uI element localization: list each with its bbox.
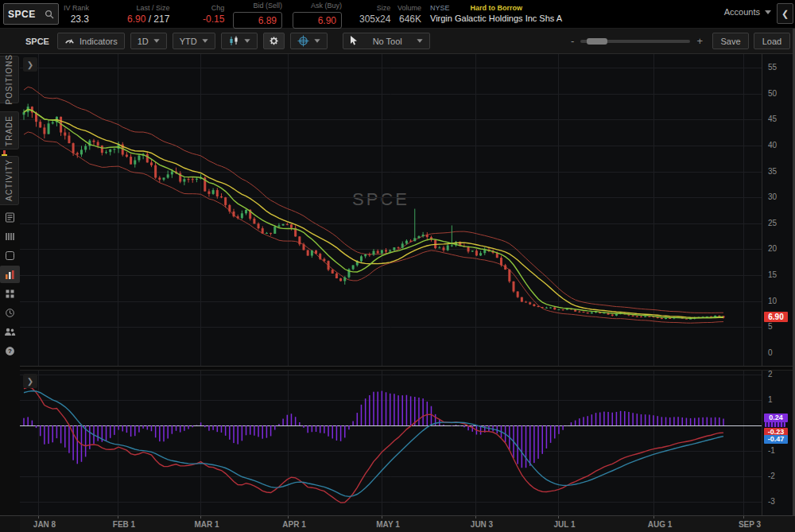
ask-field: Ask (Buy) 6.90 — [293, 2, 342, 29]
time-tick-label: JAN 8 — [33, 520, 56, 529]
columns-icon[interactable] — [0, 227, 20, 245]
price-tick-label: 15 — [768, 270, 777, 280]
help-icon[interactable]: ? — [0, 342, 20, 359]
zoom-control: - + — [571, 35, 703, 47]
time-axis[interactable]: JAN 8FEB 1MAR 1APR 1MAY 1JUN 3JUL 1AUG 1… — [20, 515, 795, 532]
chart-icon[interactable] — [0, 266, 20, 283]
indicators-label: Indicators — [80, 37, 118, 46]
time-tick-label: SEP 3 — [739, 520, 761, 529]
chart-settings-button[interactable] — [263, 33, 285, 49]
chart-type-dropdown[interactable] — [221, 33, 258, 49]
chart-area: SPCE ❯ 6.90 5550454035302520151050 ❯ 0.2… — [20, 54, 795, 532]
time-tick-mark — [382, 516, 382, 518]
volume-value: 646K — [399, 14, 421, 24]
time-tick-label: MAY 1 — [376, 520, 399, 529]
last-size-label: Last / Size — [136, 5, 169, 12]
history-icon[interactable] — [0, 304, 20, 321]
price-tick-label: 5 — [768, 322, 773, 332]
trading-platform-window: SPCE IV Rank 23.3 Last / Size 6.90 / 217… — [0, 0, 795, 532]
macd-axis[interactable]: 0.24 -0.23 -0.47 21-1-2-3 — [762, 371, 795, 515]
chevron-down-icon — [765, 10, 771, 14]
ask-button[interactable]: 6.90 — [293, 12, 342, 29]
borrow-status: Hard to Borrow — [471, 5, 523, 12]
cursor-icon — [350, 36, 359, 46]
ask-label: Ask (Buy) — [311, 2, 342, 10]
tab-positions[interactable]: POSITIONS — [0, 56, 19, 103]
time-tick-mark — [653, 516, 654, 518]
last-price-tag: 6.90 — [764, 312, 788, 322]
volume-field: Volume 646K — [398, 5, 421, 24]
price-pane: SPCE ❯ 6.90 5550454035302520151050 — [20, 54, 795, 366]
time-tick-mark — [558, 516, 559, 518]
time-tick-mark — [118, 516, 118, 518]
time-tick-label: APR 1 — [282, 520, 305, 529]
zoom-out-button[interactable]: - — [571, 35, 574, 47]
zoom-slider[interactable] — [580, 40, 690, 43]
search-icon — [45, 10, 54, 19]
tab-trade[interactable]: TRADE — [0, 111, 19, 150]
time-tick-mark — [475, 516, 476, 518]
symbol-search-input[interactable]: SPCE — [3, 3, 59, 25]
chevron-down-icon — [202, 39, 207, 43]
accounts-dropdown[interactable]: Accounts — [724, 7, 771, 17]
chart-symbol-label: SPCE — [25, 37, 49, 46]
time-tick-label: AUG 1 — [648, 520, 673, 529]
macd-signal-value-tag: -0.47 — [764, 435, 788, 444]
iv-rank-field: IV Rank 23.3 — [64, 5, 89, 24]
drawing-tool-dropdown[interactable]: No Tool — [343, 33, 430, 49]
zoom-in-button[interactable]: + — [696, 35, 703, 47]
time-tick-mark — [200, 516, 201, 518]
crosshair-mode-dropdown[interactable] — [290, 33, 328, 49]
report-icon[interactable] — [0, 208, 20, 226]
left-sidebar: POSITIONS TRADE ACTIVITY ? — [0, 54, 20, 515]
save-button[interactable]: Save — [712, 33, 749, 49]
price-tick-label: 50 — [768, 89, 777, 99]
price-tick-label: 10 — [768, 297, 777, 306]
indicators-button[interactable]: Indicators — [57, 33, 125, 49]
time-tick-mark — [288, 516, 289, 518]
timeframe-dropdown[interactable]: 1D — [130, 33, 167, 49]
macd-mini-histogram — [765, 422, 785, 427]
macd-tick-label: 2 — [768, 370, 773, 379]
instrument-info: NYSE Hard to Borrow Virgin Galactic Hold… — [430, 5, 562, 23]
grid-icon[interactable] — [0, 285, 20, 302]
chart-toolbar: SPCE Indicators 1D YTD — [0, 29, 795, 54]
price-tick-label: 55 — [768, 63, 777, 72]
zoom-slider-handle[interactable] — [587, 38, 607, 45]
macd-chart-canvas[interactable] — [20, 371, 762, 515]
price-axis[interactable]: 6.90 5550454035302520151050 — [762, 54, 795, 366]
time-tick-mark — [743, 516, 744, 518]
chg-label: Chg — [211, 5, 225, 12]
load-button[interactable]: Load — [754, 33, 790, 49]
price-chart-canvas[interactable] — [20, 54, 762, 366]
price-tick-label: 0 — [768, 348, 773, 358]
chevron-down-icon — [314, 39, 320, 43]
collapse-panel-button[interactable]: ❮ — [777, 3, 793, 24]
range-value: YTD — [180, 37, 197, 46]
chevron-down-icon — [153, 39, 159, 43]
price-tick-label: 35 — [768, 167, 777, 177]
macd-pane-expander[interactable]: ❯ — [23, 374, 37, 388]
window-icon[interactable] — [0, 247, 20, 264]
exchange-label: NYSE — [430, 5, 450, 12]
time-tick-label: JUL 1 — [553, 520, 575, 529]
macd-tick-label: 1 — [768, 395, 773, 405]
users-icon[interactable] — [0, 323, 20, 340]
macd-tick-label: -2 — [768, 472, 775, 481]
macd-pane: ❯ 0.24 -0.23 -0.47 21-1-2-3 — [20, 371, 795, 515]
symbol-text: SPCE — [8, 9, 36, 20]
price-tick-label: 20 — [768, 244, 777, 254]
chevron-down-icon — [244, 39, 250, 43]
bid-label: Bid (Sell) — [253, 2, 282, 10]
chg-field: Chg -0.15 — [203, 5, 224, 24]
last-size-field: Last / Size 6.90 / 217 — [127, 5, 169, 24]
chevron-down-icon — [417, 39, 422, 43]
price-pane-expander[interactable]: ❯ — [23, 57, 37, 72]
tab-activity[interactable]: ACTIVITY — [0, 156, 19, 205]
time-tick-mark — [38, 516, 39, 518]
size-value: 305x24 — [359, 14, 390, 24]
size-label: Size — [377, 5, 391, 12]
range-dropdown[interactable]: YTD — [173, 33, 215, 49]
bid-button[interactable]: 6.89 — [233, 12, 282, 29]
drawing-tool-value: No Tool — [373, 37, 402, 46]
